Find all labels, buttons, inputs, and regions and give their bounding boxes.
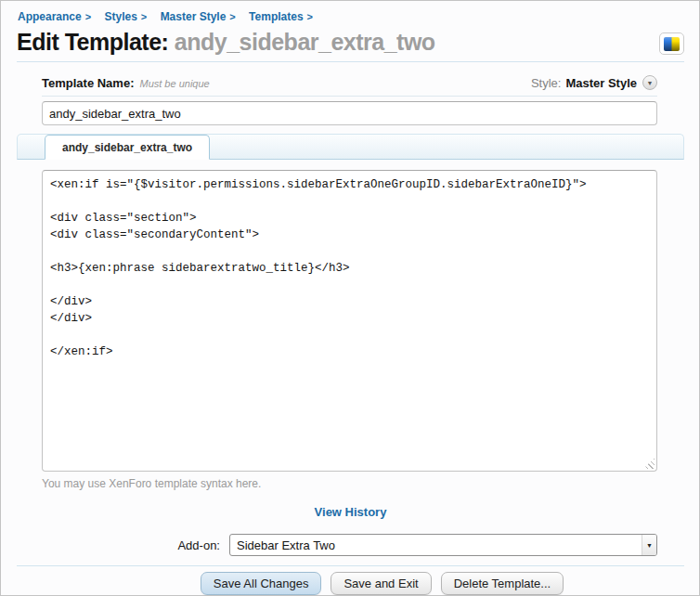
delete-template-button[interactable]: Delete Template... — [441, 572, 564, 595]
addon-select[interactable]: Sidebar Extra Two ▼ — [229, 534, 657, 556]
breadcrumb-separator-icon: > — [85, 11, 91, 22]
template-name-label: Template Name:Must be unique — [42, 74, 210, 91]
button-row-divider — [17, 565, 684, 566]
view-history-link[interactable]: View History — [315, 505, 387, 519]
color-palette-button[interactable] — [659, 32, 684, 55]
page-title: Edit Template: andy_sidebar_extra_two — [17, 29, 435, 56]
addon-label: Add-on: — [177, 538, 220, 552]
style-label: Style: — [531, 76, 562, 90]
chevron-down-circle-icon[interactable]: ▼ — [642, 75, 657, 90]
breadcrumb-separator-icon: > — [229, 11, 235, 22]
breadcrumb-templates[interactable]: Templates> — [249, 10, 313, 23]
breadcrumb-master-style[interactable]: Master Style> — [161, 10, 236, 23]
tab-template[interactable]: andy_sidebar_extra_two — [45, 135, 210, 160]
breadcrumb-appearance[interactable]: Appearance> — [18, 10, 91, 23]
page-title-template-name: andy_sidebar_extra_two — [175, 29, 435, 55]
style-chooser[interactable]: Style: Master Style ▼ — [531, 75, 657, 90]
addon-selected-value: Sidebar Extra Two — [230, 538, 335, 552]
save-all-changes-button[interactable]: Save All Changes — [201, 572, 322, 595]
breadcrumb: Appearance> Styles> Master Style> Templa… — [18, 10, 684, 23]
save-and-exit-button[interactable]: Save and Exit — [331, 572, 431, 595]
page-frame: Appearance> Styles> Master Style> Templa… — [0, 0, 700, 596]
syntax-hint: You may use XenForo template syntax here… — [42, 477, 657, 490]
breadcrumb-separator-icon: > — [141, 11, 147, 22]
template-name-hint: Must be unique — [139, 78, 209, 89]
breadcrumb-separator-icon: > — [307, 11, 313, 22]
color-gradient-swatch-icon — [664, 37, 680, 51]
breadcrumb-styles[interactable]: Styles> — [104, 10, 147, 23]
template-code-editor[interactable] — [42, 170, 657, 472]
select-dropdown-arrow-icon: ▼ — [642, 535, 656, 555]
style-value: Master Style — [565, 76, 637, 90]
header-divider — [17, 61, 684, 62]
page-title-prefix: Edit Template: — [17, 29, 168, 55]
template-tab-strip: andy_sidebar_extra_two — [17, 134, 684, 160]
template-name-input[interactable] — [42, 101, 657, 125]
